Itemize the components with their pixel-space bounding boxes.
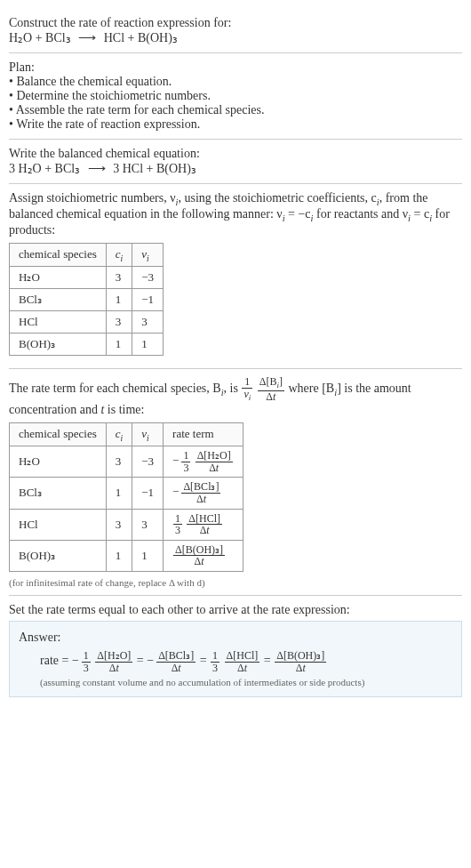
rateterm-table: chemical species ci νi rate term H₂O 3 −… [9, 422, 243, 572]
answer-box: Answer: rate = −13 Δ[H₂O]Δt = −Δ[BCl₃]Δt… [9, 621, 462, 697]
plan-item-text: Balance the chemical equation. [16, 75, 172, 88]
cell-v: −1 [132, 478, 164, 509]
text: for reactants and ν [313, 207, 408, 221]
cell-rate: 13 Δ[HCl]Δt [164, 509, 243, 540]
eq-lhs: H₂O + BCl₃ [9, 31, 71, 44]
text: = −c [285, 207, 311, 221]
text: = c [411, 207, 429, 221]
answer-label: Answer: [19, 631, 452, 645]
table-row: B(OH)₃ 1 1 Δ[B(OH)₃]Δt [10, 540, 243, 571]
plan-item: • Determine the stoichiometric numbers. [9, 89, 462, 103]
table-row: H₂O 3 −3 [10, 267, 164, 289]
assumption-note: (assuming constant volume and no accumul… [19, 677, 452, 687]
cell-v: −3 [132, 267, 164, 289]
plan-title: Plan: [9, 60, 462, 75]
cell-rate: Δ[B(OH)₃]Δt [164, 540, 243, 571]
cell-species: H₂O [10, 267, 107, 289]
th-vi: νi [132, 422, 164, 446]
th-rate: rate term [164, 422, 243, 446]
plan-item: • Balance the chemical equation. [9, 75, 462, 89]
rateterm-block: The rate term for each chemical species,… [9, 369, 462, 595]
cell-c: 3 [106, 267, 132, 289]
cell-species: B(OH)₃ [10, 334, 107, 356]
table-row: B(OH)₃ 1 1 [10, 334, 164, 356]
balanced-equation: 3 H₂O + BCl₃ ⟶ 3 HCl + B(OH)₃ [9, 161, 462, 176]
cell-c: 1 [106, 478, 132, 509]
cell-v: 3 [132, 311, 164, 334]
table-row: H₂O 3 −3 −13 Δ[H₂O]Δt [10, 446, 243, 478]
rateterm-note: (for infinitesimal rate of change, repla… [9, 577, 462, 588]
th-vi: νi [132, 243, 164, 267]
table-row: BCl₃ 1 −1 −Δ[BCl₃]Δt [10, 478, 243, 509]
cell-v: 1 [132, 334, 164, 356]
plan-item-text: Assemble the rate term for each chemical… [16, 103, 265, 117]
fraction: 1νi [242, 376, 252, 402]
cell-c: 1 [106, 540, 132, 571]
th-species: chemical species [10, 422, 107, 446]
table-row: HCl 3 3 13 Δ[HCl]Δt [10, 509, 243, 540]
plan-item: • Write the rate of reaction expression. [9, 117, 462, 132]
cell-v: −1 [132, 289, 164, 311]
plan-item-text: Write the rate of reaction expression. [16, 117, 200, 131]
text: Assign stoichiometric numbers, ν [9, 191, 176, 205]
balanced-title: Write the balanced chemical equation: [9, 147, 462, 161]
text: , using the stoichiometric coefficients,… [178, 191, 376, 205]
fraction: Δ[Bi]Δt [258, 376, 284, 402]
table-row: BCl₃ 1 −1 [10, 289, 164, 311]
table-header-row: chemical species ci νi [10, 243, 164, 267]
eq-rhs: HCl + B(OH)₃ [104, 31, 178, 44]
cell-v: 3 [132, 509, 164, 540]
cell-c: 3 [106, 311, 132, 334]
cell-species: B(OH)₃ [10, 540, 107, 571]
stoich-intro: Assign stoichiometric numbers, νi, using… [9, 191, 462, 237]
cell-rate: −13 Δ[H₂O]Δt [164, 446, 243, 478]
bal-rhs: 3 HCl + B(OH)₃ [113, 162, 196, 175]
cell-c: 1 [106, 334, 132, 356]
th-ci: ci [106, 243, 132, 267]
th-ci: ci [106, 422, 132, 446]
cell-v: 1 [132, 540, 164, 571]
final-title: Set the rate terms equal to each other t… [9, 603, 462, 617]
rate-label: rate = [40, 654, 72, 667]
cell-species: HCl [10, 311, 107, 334]
cell-rate: −Δ[BCl₃]Δt [164, 478, 243, 509]
balanced-block: Write the balanced chemical equation: 3 … [9, 140, 462, 183]
plan-item: • Assemble the rate term for each chemic… [9, 103, 462, 117]
cell-species: H₂O [10, 446, 107, 478]
cell-c: 3 [106, 446, 132, 478]
cell-species: BCl₃ [10, 478, 107, 509]
cell-c: 1 [106, 289, 132, 311]
final-block: Set the rate terms equal to each other t… [9, 596, 462, 704]
plan-block: Plan: • Balance the chemical equation. •… [9, 53, 462, 139]
bal-lhs: 3 H₂O + BCl₃ [9, 162, 80, 175]
text: where [B [289, 382, 335, 395]
cell-species: HCl [10, 509, 107, 540]
prompt-equation: H₂O + BCl₃ ⟶ HCl + B(OH)₃ [9, 30, 462, 45]
cell-species: BCl₃ [10, 289, 107, 311]
table-header-row: chemical species ci νi rate term [10, 422, 243, 446]
text: , is [224, 382, 242, 395]
rateterm-intro: The rate term for each chemical species,… [9, 376, 462, 416]
prompt-text: Construct the rate of reaction expressio… [9, 16, 462, 30]
arrow-icon: ⟶ [78, 30, 96, 45]
arrow-icon: ⟶ [88, 161, 106, 176]
table-row: HCl 3 3 [10, 311, 164, 334]
text: The rate term for each chemical species,… [9, 382, 221, 395]
stoich-block: Assign stoichiometric numbers, νi, using… [9, 184, 462, 368]
text: is time: [104, 403, 144, 416]
prompt-block: Construct the rate of reaction expressio… [9, 9, 462, 52]
cell-v: −3 [132, 446, 164, 478]
plan-item-text: Determine the stoichiometric numbers. [16, 89, 211, 102]
rate-expression: rate = −13 Δ[H₂O]Δt = −Δ[BCl₃]Δt = 13 Δ[… [19, 645, 452, 677]
th-species: chemical species [10, 243, 107, 267]
cell-c: 3 [106, 509, 132, 540]
stoich-table: chemical species ci νi H₂O 3 −3 BCl₃ 1 −… [9, 243, 164, 357]
